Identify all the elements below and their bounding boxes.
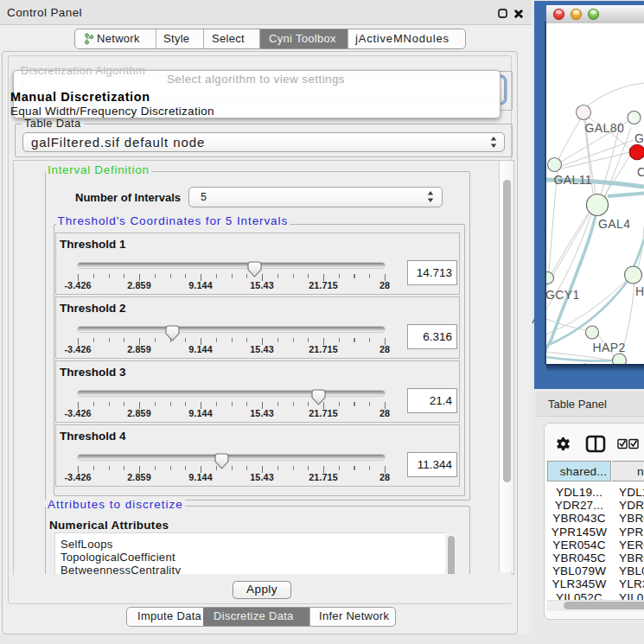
svg-text:H: H [635, 284, 644, 298]
svg-text:GCY1: GCY1 [546, 288, 580, 302]
svg-text:HAP2: HAP2 [593, 341, 626, 354]
svg-text:GAL11: GAL11 [554, 173, 593, 187]
svg-text:C: C [637, 165, 644, 179]
svg-text:GAL4: GAL4 [598, 217, 630, 231]
svg-text:GAL80: GAL80 [585, 121, 625, 135]
svg-text:GA: GA [634, 131, 644, 145]
